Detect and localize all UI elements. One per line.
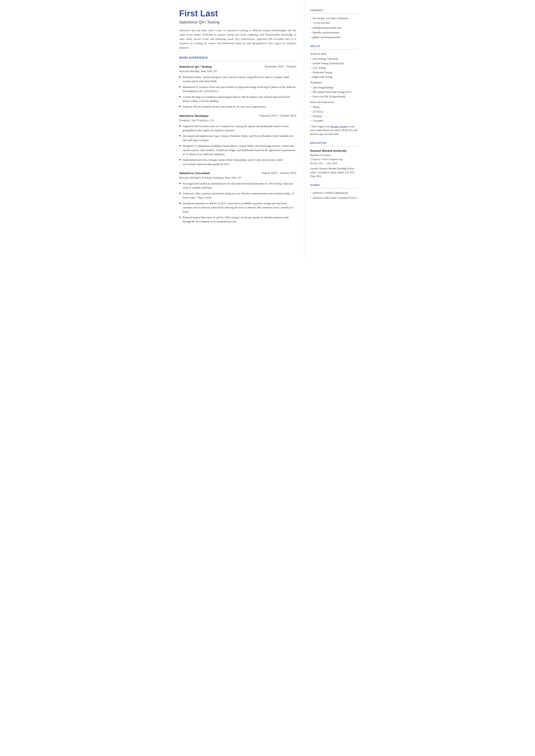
list-item: HP Unified Functional Testing (UFT) xyxy=(310,90,358,94)
job-header-2: Salesforce Developer February 2013 – Oct… xyxy=(179,114,296,118)
job-dates-2: February 2013 – October 2015 xyxy=(259,114,296,118)
job-block-1: Salesforce QA / Testing November 2015 – … xyxy=(179,65,296,109)
skills-list-technical: Unit Testing (Advanced) System Testing (… xyxy=(310,57,358,79)
list-item: Unit Testing (Advanced) xyxy=(310,57,358,61)
edu-location-date: Boston, MA — May 2009 xyxy=(310,161,358,165)
contact-list: Des Moines, IA (Open to Remote) +1-555-3… xyxy=(310,16,358,39)
bullet-icon xyxy=(179,145,181,146)
list-item: Achieved a 99% customer satisfaction rat… xyxy=(179,192,296,200)
edu-institution: Resume Worded University xyxy=(310,149,358,153)
job-header-3: Salesforce Consultant August 2010 – Janu… xyxy=(179,171,296,176)
list-item: Implemented pick lists, lookups, master-… xyxy=(179,158,296,166)
job-title-1: Salesforce QA / Testing xyxy=(179,65,211,69)
job-title-3: Salesforce Consultant xyxy=(179,171,210,176)
skills-list-tools: Testim ACCELQ Workday Cucumber xyxy=(310,105,358,123)
list-item: Introduced Salesforce to RWEC in 2010, w… xyxy=(179,202,296,214)
list-item: Testim xyxy=(310,105,358,109)
promo-text: • Don't forget to use Resume Worded to s… xyxy=(310,125,358,136)
education-divider xyxy=(310,146,358,146)
list-item: Production Testing xyxy=(310,70,358,74)
list-item: +1-555-332-454 xyxy=(310,21,358,25)
bullet-icon xyxy=(179,86,181,88)
work-experience-section: WORK EXPERIENCE Salesforce QA / Testing … xyxy=(179,56,296,224)
bullet-icon xyxy=(179,216,181,218)
list-item: Prepared 350 test scenarios & test cases… xyxy=(179,105,296,109)
skills-divider xyxy=(310,49,358,49)
list-item: Developed and implemented Apex Classes, … xyxy=(179,134,296,142)
list-item: Created 3K bugs in 4 sandboxes and assig… xyxy=(179,95,296,103)
job-title-heading: Salesforce QA / Testing xyxy=(179,19,296,25)
list-item: github.com/resumeworded xyxy=(310,35,358,39)
right-column: CONTACT Des Moines, IA (Open to Remote) … xyxy=(304,0,365,259)
list-item: System Testing (Experienced) xyxy=(310,61,358,65)
name-heading: First Last xyxy=(179,9,296,18)
job-bullets-1: Performed sanity / smoke testing for eac… xyxy=(179,75,296,109)
bullet-icon xyxy=(179,126,181,127)
list-item: Force.com IDE (Eclipse-based) xyxy=(310,95,358,98)
bullet-icon xyxy=(179,159,181,160)
list-item: Salesforce Certified Administrator. xyxy=(310,191,358,195)
list-item: linkedin.com/in/username xyxy=(310,31,358,35)
contact-section: CONTACT Des Moines, IA (Open to Remote) … xyxy=(310,9,358,39)
bullet-icon xyxy=(179,76,181,78)
list-item: UAT Testing xyxy=(310,66,358,70)
education-title: EDUCATION xyxy=(310,141,358,145)
bullet-icon xyxy=(179,96,181,98)
edu-awards: Awards: Resume Worded Teaching Fellow (o… xyxy=(310,167,358,178)
left-column: First Last Salesforce QA / Testing Sales… xyxy=(171,0,304,259)
list-item: Regression Testing xyxy=(310,75,358,79)
job-company-1: Resume Worded, New York, NY xyxy=(179,70,296,73)
list-item: Supported 650 Growthsi users in 8 countr… xyxy=(179,124,296,133)
job-bullets-2: Supported 650 Growthsi users in 8 countr… xyxy=(179,124,296,166)
skills-title: SKILLS xyxy=(310,44,358,48)
job-block-3: Salesforce Consultant August 2010 – Janu… xyxy=(179,171,296,224)
work-experience-title: WORK EXPERIENCE xyxy=(179,56,296,60)
skills-list-techniques: Apex Programming HP Unified Functional T… xyxy=(310,86,358,98)
list-item: Reduced manual data entry of staff by 10… xyxy=(179,215,296,224)
bullet-icon xyxy=(179,193,181,194)
bullet-icon xyxy=(179,135,181,136)
job-block-2: Salesforce Developer February 2013 – Oct… xyxy=(179,114,296,166)
list-item: Des Moines, IA (Open to Remote) xyxy=(310,16,358,20)
other-title: OTHER xyxy=(310,183,358,187)
edu-degree: Bachelor of Science xyxy=(310,153,358,157)
list-item: Performed sanity / smoke testing for eac… xyxy=(179,75,296,84)
bullet-icon xyxy=(179,203,181,204)
list-item: Salesforce Sales Cloud Consultant (SSCC)… xyxy=(310,196,358,200)
summary-text: Salesforce QA and tester with 9 years of… xyxy=(179,28,296,50)
bullet-icon xyxy=(179,106,181,107)
work-experience-divider xyxy=(179,61,296,61)
job-company-3: Resume Worded's Exciting Company, New Yo… xyxy=(179,176,296,180)
job-title-2: Salesforce Developer xyxy=(179,114,209,118)
list-item: ACCELQ xyxy=(310,110,358,114)
other-section: OTHER Salesforce Certified Administrator… xyxy=(310,183,358,200)
edu-field: Computer Science Engineering xyxy=(310,157,358,161)
list-item: Cucumber xyxy=(310,119,358,123)
other-list: Salesforce Certified Administrator. Sale… xyxy=(310,191,358,200)
list-item: Designed 25 components including custom … xyxy=(179,144,296,156)
skills-category-tools-label: Tools and Frameworks: xyxy=(310,100,358,104)
resume-page: First Last Salesforce QA / Testing Sales… xyxy=(171,0,365,259)
list-item: Maintained 25 versions of test sets and … xyxy=(179,85,296,94)
list-item: email@resumeworded.com xyxy=(310,26,358,30)
job-header-1: Salesforce QA / Testing November 2015 – … xyxy=(179,65,296,69)
job-dates-3: August 2010 – January 2013 xyxy=(262,171,296,175)
job-bullets-3: Envisaged and created an automated proce… xyxy=(179,182,296,224)
job-company-2: Growthsi, San Francisco, CA xyxy=(179,119,296,123)
skills-category-technical-label: Technical Skills: xyxy=(310,52,358,56)
job-dates-1: November 2015 – Present xyxy=(265,65,296,69)
list-item: Apex Programming xyxy=(310,86,358,90)
other-divider xyxy=(310,188,358,188)
skills-category-techniques-label: Techniques: xyxy=(310,81,358,84)
contact-title: CONTACT xyxy=(310,9,358,12)
contact-divider xyxy=(310,14,358,14)
skills-section: SKILLS Technical Skills: Unit Testing (A… xyxy=(310,44,358,136)
bullet-icon xyxy=(179,183,181,184)
education-section: EDUCATION Resume Worded University Bache… xyxy=(310,141,358,178)
list-item: Workday xyxy=(310,114,358,118)
list-item: Envisaged and created an automated proce… xyxy=(179,182,296,190)
promo-link[interactable]: Resume Worded xyxy=(331,125,347,128)
